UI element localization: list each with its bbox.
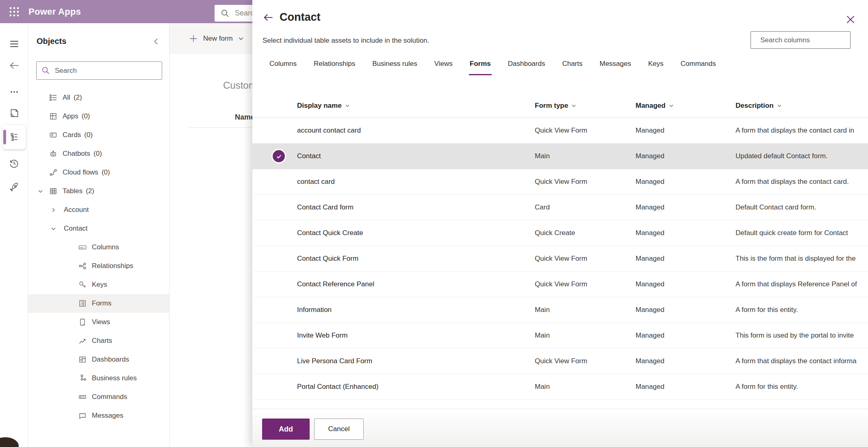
tab-relationships[interactable]: Relationships	[313, 60, 356, 75]
hamburger-icon	[9, 39, 20, 49]
message-icon	[78, 412, 87, 420]
tree-item-messages[interactable]: Messages	[28, 406, 169, 425]
tree-item-business-rules[interactable]: Business rules	[28, 369, 169, 388]
rail-launch-button[interactable]	[0, 179, 28, 195]
chevron-down-icon	[571, 103, 576, 108]
tree-item-cloud-flows[interactable]: Cloud flows(0)	[28, 163, 169, 182]
selected-indicator-bar	[3, 130, 6, 144]
rail-pages-button[interactable]	[0, 105, 28, 121]
tree-item-account[interactable]: Account	[28, 201, 169, 219]
tree-item-forms[interactable]: Forms	[28, 294, 169, 313]
chevron-left-icon[interactable]	[153, 38, 160, 45]
dialog-back-button[interactable]	[263, 12, 274, 25]
tab-keys[interactable]: Keys	[647, 60, 664, 75]
rail-objects-button-selected[interactable]	[2, 125, 26, 149]
tab-views[interactable]: Views	[434, 60, 454, 75]
apps-icon	[49, 112, 57, 120]
commands-icon	[78, 393, 87, 401]
dialog-close-button[interactable]	[846, 15, 855, 26]
chevron-down-icon	[38, 189, 43, 194]
table-row[interactable]: Contact Reference Panel Quick View Form …	[252, 272, 868, 297]
pages-icon	[9, 108, 20, 118]
forms-table-header: Display name Form type Managed Descripti…	[252, 94, 868, 118]
tab-commands[interactable]: Commands	[680, 60, 717, 75]
objects-tree-icon	[9, 132, 20, 142]
tree-item-all[interactable]: All(2)	[28, 88, 169, 107]
table-row[interactable]: contact card Quick View Form Managed A f…	[252, 169, 868, 195]
arrow-left-icon	[263, 12, 274, 23]
rail-back-button[interactable]	[0, 57, 28, 74]
check-icon	[276, 153, 282, 159]
table-row-selected[interactable]: Contact Main Managed Updated default Con…	[252, 144, 868, 169]
table-row[interactable]: Live Persona Card Form Quick View Form M…	[252, 349, 868, 374]
tree-item-apps[interactable]: Apps(0)	[28, 107, 169, 126]
forms-table: Display name Form type Managed Descripti…	[252, 94, 868, 400]
cancel-button[interactable]: Cancel	[314, 419, 364, 440]
table-icon	[49, 187, 57, 195]
close-icon	[846, 15, 855, 24]
tab-forms[interactable]: Forms	[469, 60, 492, 75]
objects-panel-header: Objects	[28, 23, 169, 46]
tree-item-tables[interactable]: Tables(2)	[28, 182, 169, 201]
search-icon	[221, 9, 230, 18]
dialog-footer: Add Cancel	[252, 409, 868, 447]
svg-text:Abc: Abc	[80, 246, 85, 249]
history-icon	[9, 158, 20, 169]
views-icon	[78, 318, 87, 326]
table-row[interactable]: account contact card Quick View Form Man…	[252, 118, 868, 144]
tab-messages[interactable]: Messages	[599, 60, 631, 75]
rocket-icon	[9, 182, 20, 193]
key-icon	[78, 281, 87, 289]
column-header-description[interactable]: Description	[736, 102, 868, 110]
chevron-down-icon[interactable]	[238, 36, 244, 41]
table-row[interactable]: Contact Quick Create Quick Create Manage…	[252, 220, 868, 246]
rail-history-button[interactable]	[0, 155, 28, 171]
dialog-subtitle: Select individual table assets to includ…	[263, 37, 429, 45]
tab-columns[interactable]: Columns	[269, 60, 297, 75]
tree-item-charts[interactable]: Charts	[28, 331, 169, 350]
tree-item-relationships[interactable]: Relationships	[28, 257, 169, 275]
tree-item-dashboards[interactable]: Dashboards	[28, 350, 169, 369]
tree-item-chatbots[interactable]: Chatbots(0)	[28, 144, 169, 163]
tab-charts[interactable]: Charts	[561, 60, 583, 75]
tree-item-commands[interactable]: Commands	[28, 388, 169, 406]
objects-tree: All(2) Apps(0) Cards(0) Chatbots(0) Clou	[28, 88, 169, 425]
flow-icon	[49, 168, 57, 177]
table-row[interactable]: Information Main Managed A form for this…	[252, 297, 868, 323]
tree-item-cards[interactable]: Cards(0)	[28, 126, 169, 144]
new-form-button[interactable]: New form	[203, 35, 233, 43]
chevron-right-icon	[51, 207, 56, 213]
table-row[interactable]: Portal Contact (Enhanced) Main Managed A…	[252, 374, 868, 400]
add-button[interactable]: Add	[262, 419, 310, 440]
tree-item-views[interactable]: Views	[28, 313, 169, 331]
hamburger-menu-button[interactable]	[0, 36, 28, 52]
tree-item-contact[interactable]: Contact	[28, 219, 169, 238]
chart-icon	[78, 337, 87, 345]
rail-more-button[interactable]	[0, 84, 28, 100]
tree-item-keys[interactable]: Keys	[28, 275, 169, 294]
tab-business-rules[interactable]: Business rules	[371, 60, 418, 75]
column-header-display-name[interactable]: Display name	[297, 102, 535, 110]
table-row[interactable]: Contact Card form Card Managed Default C…	[252, 195, 868, 220]
objects-search-box[interactable]	[36, 61, 162, 80]
dashboard-icon	[78, 355, 87, 364]
app-launcher-button[interactable]	[0, 0, 28, 23]
tab-dashboards[interactable]: Dashboards	[507, 60, 546, 75]
card-icon	[49, 131, 57, 139]
objects-search-input[interactable]	[55, 67, 157, 75]
plus-icon	[189, 34, 198, 43]
table-row[interactable]: Contact Quick Form Quick View Form Manag…	[252, 246, 868, 272]
chevron-down-icon	[345, 103, 350, 108]
tree-item-columns[interactable]: Abc Columns	[28, 238, 169, 257]
row-selected-checkbox[interactable]	[273, 150, 285, 162]
table-row[interactable]: Invite Web Form Main Managed This form i…	[252, 323, 868, 349]
objects-panel: Objects All(2) Apps(0)	[28, 23, 169, 447]
search-columns-input[interactable]	[760, 36, 850, 44]
dialog-tabs: Columns Relationships Business rules Vie…	[269, 60, 717, 75]
left-nav-rail	[0, 23, 28, 447]
abc-icon: Abc	[78, 243, 87, 251]
column-header-form-type[interactable]: Form type	[535, 102, 636, 110]
column-header-managed[interactable]: Managed	[636, 102, 736, 110]
search-columns-box[interactable]	[751, 31, 851, 49]
chevron-down-icon	[51, 226, 56, 231]
